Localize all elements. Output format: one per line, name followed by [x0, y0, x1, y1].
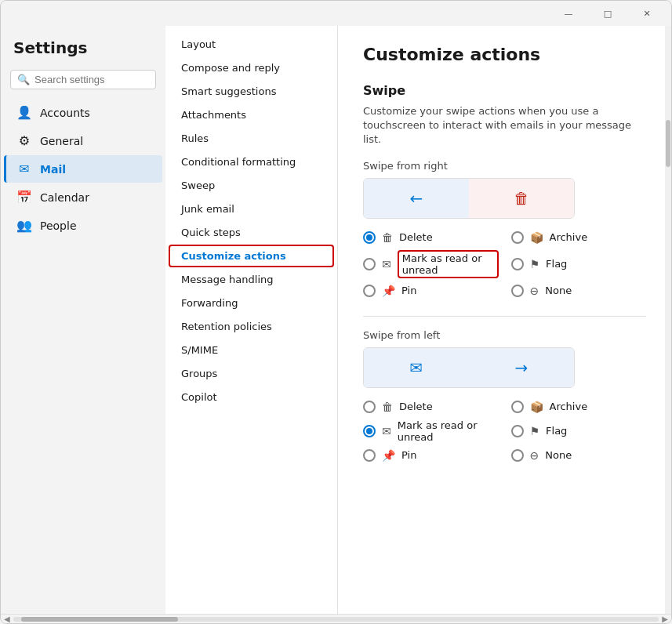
- search-input[interactable]: [35, 74, 149, 85]
- sidebar: Settings 🔍 👤 Accounts ⚙ General ✉ Mail 📅…: [1, 26, 165, 614]
- mark-read2-opt-icon: ✉: [382, 425, 391, 437]
- accounts-icon: 👤: [16, 105, 32, 120]
- option-pin: 📌 Pin: [363, 285, 499, 297]
- vertical-scrollbar[interactable]: [665, 26, 671, 614]
- sidebar-item-mail-label: Mail: [40, 163, 66, 176]
- sidebar-item-general-label: General: [40, 135, 83, 147]
- radio-flag2[interactable]: [511, 425, 524, 437]
- middle-item-copilot[interactable]: Copilot: [169, 386, 334, 408]
- option-archive: 📦 Archive: [511, 231, 647, 244]
- page-title: Customize actions: [363, 45, 646, 64]
- divider: [363, 316, 646, 317]
- swipe-section-title: Swipe: [363, 83, 646, 98]
- swipe-left-left-btn[interactable]: ✉: [364, 348, 469, 387]
- radio-none[interactable]: [511, 285, 524, 297]
- sidebar-item-mail[interactable]: ✉ Mail: [4, 155, 162, 183]
- close-button[interactable]: ✕: [629, 1, 665, 26]
- radio-delete[interactable]: [363, 231, 376, 244]
- option-archive2: 📦 Archive: [511, 401, 647, 413]
- radio-delete2[interactable]: [363, 401, 376, 413]
- delete-opt-icon: 🗑: [382, 231, 393, 244]
- h-scroll-track[interactable]: [13, 617, 659, 622]
- pin2-opt-icon: 📌: [382, 449, 395, 462]
- option-pin2: 📌 Pin: [363, 449, 499, 462]
- middle-item-smart-suggestions[interactable]: Smart suggestions: [169, 80, 334, 103]
- back-arrow-icon: ←: [410, 189, 423, 208]
- mail-icon: ✉: [16, 161, 32, 176]
- option-none-label: None: [545, 285, 572, 296]
- search-icon: 🔍: [17, 74, 30, 85]
- calendar-icon: 📅: [16, 190, 32, 205]
- general-icon: ⚙: [16, 133, 32, 148]
- swipe-right-options: 🗑 Delete 📦 Archive ✉ Mark as read or unr…: [363, 231, 646, 297]
- option-archive-label: Archive: [550, 231, 588, 243]
- radio-pin2[interactable]: [363, 449, 376, 462]
- radio-mark-read-unread2[interactable]: [363, 425, 376, 437]
- scrollbar-thumb[interactable]: [666, 120, 670, 167]
- middle-item-customize-actions[interactable]: Customize actions: [169, 245, 334, 267]
- flag-opt-icon: ⚑: [530, 258, 540, 270]
- envelope-icon: ✉: [410, 358, 423, 377]
- sidebar-item-accounts-label: Accounts: [40, 107, 90, 119]
- option-mark-read2-label: Mark as read or unread: [398, 419, 499, 443]
- archive2-opt-icon: 📦: [530, 401, 543, 413]
- middle-item-message-handling[interactable]: Message handling: [169, 268, 334, 291]
- middle-item-attachments[interactable]: Attachments: [169, 103, 334, 126]
- middle-item-conditional-formatting[interactable]: Conditional formatting: [169, 151, 334, 173]
- archive-opt-icon: 📦: [530, 231, 543, 244]
- swipe-left-label: Swipe from left: [363, 329, 646, 341]
- option-flag-label: Flag: [546, 258, 567, 270]
- middle-item-sweep[interactable]: Sweep: [169, 174, 334, 197]
- scroll-left-arrow[interactable]: ◀: [4, 615, 10, 623]
- option-none2-label: None: [545, 449, 572, 461]
- option-flag: ⚑ Flag: [511, 250, 647, 278]
- sidebar-item-general[interactable]: ⚙ General: [4, 127, 162, 154]
- option-pin2-label: Pin: [401, 449, 416, 461]
- radio-pin[interactable]: [363, 285, 376, 297]
- middle-item-rules[interactable]: Rules: [169, 127, 334, 150]
- swipe-right-label: Swipe from right: [363, 160, 646, 172]
- middle-item-groups[interactable]: Groups: [169, 362, 334, 385]
- swipe-right-buttons: ← 🗑: [363, 178, 575, 219]
- app-window: — □ ✕ Settings 🔍 👤 Accounts ⚙ General ✉ …: [0, 0, 672, 624]
- maximize-button[interactable]: □: [590, 1, 626, 26]
- middle-item-junk-email[interactable]: Junk email: [169, 198, 334, 220]
- option-delete: 🗑 Delete: [363, 231, 499, 244]
- app-title: Settings: [1, 32, 165, 70]
- pin-opt-icon: 📌: [382, 285, 395, 297]
- option-flag2: ⚑ Flag: [511, 419, 647, 443]
- middle-item-smime[interactable]: S/MIME: [169, 339, 334, 361]
- h-scroll-thumb[interactable]: [21, 617, 178, 622]
- forward-arrow-icon: →: [515, 358, 529, 377]
- middle-item-layout[interactable]: Layout: [169, 33, 334, 56]
- middle-item-forwarding[interactable]: Forwarding: [169, 292, 334, 314]
- radio-none2[interactable]: [511, 449, 524, 462]
- middle-item-quick-steps[interactable]: Quick steps: [169, 221, 334, 244]
- middle-item-compose-reply[interactable]: Compose and reply: [169, 56, 334, 79]
- middle-item-retention-policies[interactable]: Retention policies: [169, 315, 334, 338]
- people-icon: 👥: [16, 218, 32, 233]
- swipe-left-options: 🗑 Delete 📦 Archive ✉ Mark as read or unr…: [363, 401, 646, 462]
- sidebar-item-accounts[interactable]: 👤 Accounts: [4, 99, 162, 126]
- sidebar-item-people[interactable]: 👥 People: [4, 212, 162, 239]
- radio-archive[interactable]: [511, 231, 524, 244]
- right-panel: Customize actions Swipe Customize your s…: [338, 26, 671, 614]
- minimize-button[interactable]: —: [550, 1, 587, 26]
- option-none: ⊖ None: [511, 285, 647, 297]
- middle-panel: Layout Compose and reply Smart suggestio…: [165, 26, 338, 614]
- swipe-right-left-btn[interactable]: ←: [364, 179, 469, 218]
- radio-flag[interactable]: [511, 258, 524, 270]
- radio-mark-read-unread[interactable]: [363, 258, 376, 270]
- sidebar-item-calendar[interactable]: 📅 Calendar: [4, 183, 162, 211]
- search-box[interactable]: 🔍: [10, 70, 156, 89]
- bottom-scrollbar[interactable]: ◀ ▶: [1, 614, 671, 623]
- none2-opt-icon: ⊖: [530, 449, 539, 462]
- radio-archive2[interactable]: [511, 401, 524, 413]
- swipe-right-right-btn[interactable]: 🗑: [469, 179, 574, 218]
- flag2-opt-icon: ⚑: [530, 425, 540, 437]
- delete2-opt-icon: 🗑: [382, 401, 393, 413]
- swipe-left-right-btn[interactable]: →: [469, 348, 574, 387]
- option-delete2: 🗑 Delete: [363, 401, 499, 413]
- scroll-right-arrow[interactable]: ▶: [662, 615, 668, 623]
- option-mark-read-unread: ✉ Mark as read or unread: [363, 250, 499, 278]
